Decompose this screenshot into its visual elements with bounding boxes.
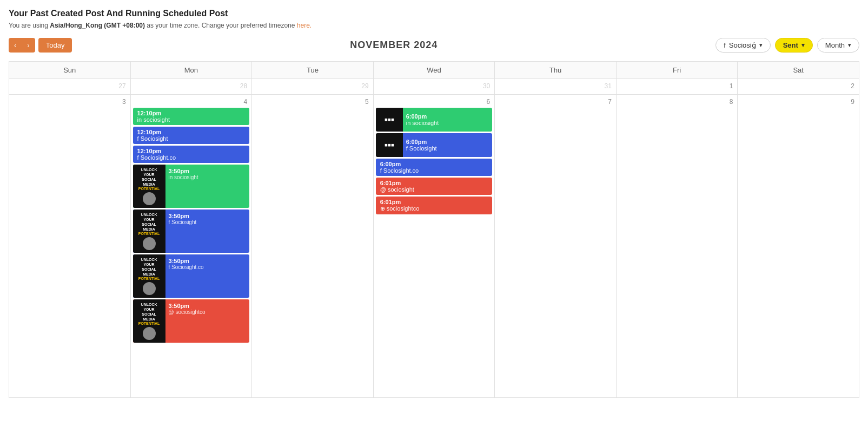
event-nov4-4[interactable]: UNLOCKYOURSOCIALMEDIA POTENTIAL 3:50pm i… [133, 165, 250, 208]
event-nov6-3[interactable]: 6:00pm f Soclosight.co [376, 159, 493, 176]
calendar-row-1: 27 28 29 30 31 1 2 [9, 79, 859, 95]
today-button[interactable]: Today [38, 38, 72, 53]
col-sat: Sat [738, 62, 859, 79]
filters-container: f Sociosiǵ ▾ Sent ▾ Month ▾ [715, 38, 859, 53]
event-nov6-4[interactable]: 6:01pm @ sociosight [376, 178, 493, 195]
col-tue: Tue [252, 62, 374, 79]
cell-nov-1: 1 [616, 79, 738, 95]
col-mon: Mon [130, 62, 252, 79]
cell-oct-31: 31 [495, 79, 617, 95]
timezone-info: You are using Asia/Hong_Kong (GMT +08:00… [9, 22, 859, 29]
event-nov6-2[interactable]: ◼◼◼ 6:00pm f Soclosight [376, 133, 493, 157]
cell-nov-5: 5 [252, 95, 374, 398]
col-sun: Sun [9, 62, 131, 79]
timezone-link[interactable]: here. [297, 22, 312, 29]
cell-nov-3: 3 [9, 95, 131, 398]
view-filter-dropdown[interactable]: Month ▾ [817, 38, 859, 53]
next-button[interactable]: › [22, 38, 35, 53]
cell-nov-9: 9 [738, 95, 859, 398]
event-nov4-3[interactable]: 12:10pm f Sociosight.co [133, 146, 250, 163]
prev-button[interactable]: ‹ [9, 38, 22, 53]
cell-nov-6: 6 ◼◼◼ 6:00pm in sociosight [373, 95, 495, 398]
col-wed: Wed [373, 62, 495, 79]
calendar-header-row: Sun Mon Tue Wed Thu Fri Sat [9, 62, 859, 79]
page-title: Your Past Created Post And Running Sched… [9, 9, 859, 18]
status-chevron-icon: ▾ [801, 42, 805, 49]
event-nov4-1[interactable]: 12:10pm in sociosight [133, 108, 250, 125]
account-chevron-icon: ▾ [759, 42, 763, 49]
event-nov6-5[interactable]: 6:01pm ⊕ sociosightco [376, 197, 493, 214]
event-nov4-5[interactable]: UNLOCKYOURSOCIALMEDIA POTENTIAL 3:50pm f… [133, 210, 250, 253]
col-thu: Thu [495, 62, 617, 79]
event-nov4-2[interactable]: 12:10pm f Sociosight [133, 127, 250, 144]
view-chevron-icon: ▾ [848, 42, 851, 49]
calendar-month-title: NOVEMBER 2024 [72, 40, 715, 51]
toolbar: ‹ › Today NOVEMBER 2024 f Sociosiǵ ▾ Sen… [9, 38, 859, 53]
cell-nov-2: 2 [738, 79, 859, 95]
cell-oct-29: 29 [252, 79, 374, 95]
cell-oct-30: 30 [373, 79, 495, 95]
calendar-row-2: 3 4 12:10pm in sociosight 12:10pm f Soci… [9, 95, 859, 398]
calendar-table: Sun Mon Tue Wed Thu Fri Sat 27 28 29 30 … [9, 61, 859, 398]
cell-oct-27: 27 [9, 79, 131, 95]
account-filter-dropdown[interactable]: f Sociosiǵ ▾ [715, 38, 771, 53]
event-nov4-6[interactable]: UNLOCKYOURSOCIALMEDIA POTENTIAL 3:50pm f… [133, 254, 250, 298]
col-fri: Fri [616, 62, 738, 79]
cell-oct-28: 28 [130, 79, 252, 95]
status-filter-dropdown[interactable]: Sent ▾ [775, 38, 813, 53]
cell-nov-8: 8 [616, 95, 738, 398]
cell-nov-7: 7 [495, 95, 617, 398]
event-nov4-7[interactable]: UNLOCKYOURSOCIALMEDIA POTENTIAL 3:50pm @… [133, 299, 250, 343]
event-nov6-1[interactable]: ◼◼◼ 6:00pm in sociosight [376, 108, 493, 132]
facebook-icon: f [724, 41, 726, 49]
cell-nov-4: 4 12:10pm in sociosight 12:10pm f Socios… [130, 95, 252, 398]
